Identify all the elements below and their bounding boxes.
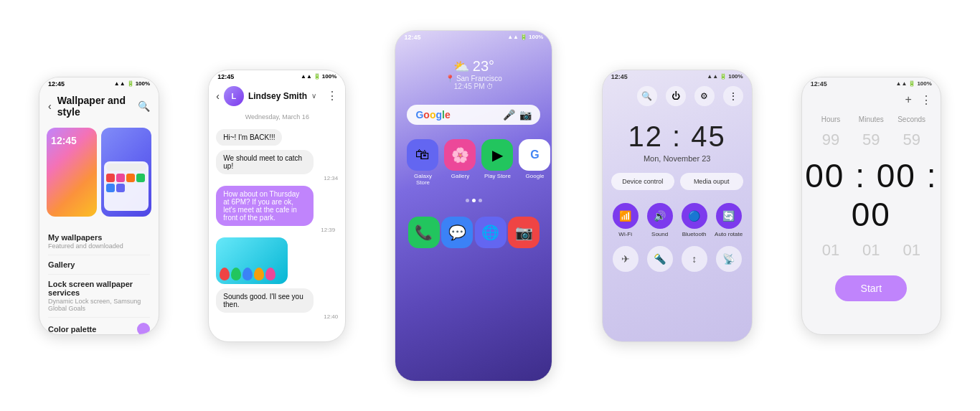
qs-tile-nfc[interactable]: ↕ — [680, 246, 709, 272]
col-label-hours: Hours — [811, 115, 851, 123]
menu-item-color-palette[interactable]: Color palette — [48, 318, 150, 335]
menu-item-my-wallpapers[interactable]: My wallpapers Featured and downloaded — [48, 228, 150, 255]
phone1-status-bar: 12:45 ▲▲ 🔋 100% — [39, 77, 159, 90]
stopwatch-column-labels: Hours Minutes Seconds — [802, 110, 941, 129]
qs-tile-sound[interactable]: 🔊 Sound — [646, 203, 674, 237]
balloon-image — [220, 268, 275, 280]
phone2-battery-pct: 100% — [322, 73, 336, 80]
message-text: We should meet to catch up! — [223, 154, 302, 170]
qs-power-icon[interactable]: ⏻ — [666, 86, 686, 106]
wallpaper-thumbnails: 12:45 — [39, 122, 159, 222]
phone3-homescreen: 12:45 ▲▲ 🔋 100% ⛅ 23° 📍 San Francisco 12… — [395, 30, 552, 382]
phone1-header: ‹ Wallpaper and style 🔍 — [39, 90, 159, 122]
qs-tile-label-wifi: Wi-Fi — [618, 231, 632, 237]
chevron-down-icon[interactable]: ∨ — [311, 92, 316, 100]
menu-item-gallery[interactable]: Gallery — [48, 255, 150, 275]
balloon-blue — [242, 268, 253, 280]
qs-tile-bluetooth[interactable]: 🔵 Bluetooth — [680, 203, 709, 237]
qs-toggle-grid-2: ✈ 🔦 ↕ 📡 — [603, 243, 752, 275]
menu-item-sub: Featured and downloaded — [48, 242, 150, 250]
wallpaper-clock: 12:45 — [51, 135, 77, 146]
scroll-num-h: 99 — [811, 131, 851, 149]
more-options-icon[interactable]: ⋮ — [326, 89, 338, 103]
menu-item-title: Gallery — [48, 260, 150, 269]
back-icon[interactable]: ‹ — [216, 90, 220, 102]
scroll-num-s: 59 — [892, 131, 932, 149]
app-label-galaxy-store: Galaxy Store — [407, 173, 438, 186]
back-icon[interactable]: ‹ — [48, 100, 52, 112]
qs-bluetooth-icon: 🔵 — [682, 203, 707, 229]
qs-more-icon[interactable]: ⋮ — [723, 86, 743, 106]
col-label-seconds: Seconds — [892, 115, 932, 123]
app-icon-google: G — [519, 139, 550, 171]
qs-search-icon[interactable]: 🔍 — [637, 86, 657, 106]
start-button[interactable]: Start — [835, 275, 907, 301]
wallpaper-thumb-blue[interactable] — [101, 128, 151, 217]
dock-app-browser[interactable]: 🌐 — [475, 217, 507, 248]
dock-app-phone[interactable]: 📞 — [408, 217, 440, 248]
mini-app — [126, 174, 135, 182]
app-icon-gallery: 🌸 — [444, 139, 476, 171]
app-gallery[interactable]: 🌸 Gallery — [444, 139, 476, 186]
dock-app-camera[interactable]: 📷 — [508, 217, 540, 248]
phone5-battery-pct: 100% — [917, 80, 931, 87]
qs-tile-wifi[interactable]: 📶 Wi-Fi — [611, 203, 640, 237]
search-action-icons: 🎤 📷 — [503, 109, 532, 121]
app-google[interactable]: G Google — [519, 139, 550, 186]
scroll-num-m2: 01 — [851, 241, 891, 260]
qs-tile-hotspot[interactable]: 📡 — [715, 246, 743, 272]
qs-clock-widget: 12 : 45 Mon, November 23 — [603, 109, 752, 166]
menu-item-title: Lock screen wallpaper services — [48, 280, 150, 297]
menu-item-lock-screen[interactable]: Lock screen wallpaper services Dynamic L… — [48, 275, 150, 318]
page-title: Wallpaper and style — [57, 95, 132, 118]
phone4-battery-pct: 100% — [728, 73, 743, 80]
app-galaxy-store[interactable]: 🛍 Galaxy Store — [407, 139, 438, 186]
qs-tile-label-bluetooth: Bluetooth — [682, 231, 707, 237]
lens-search-icon[interactable]: 📷 — [519, 109, 532, 121]
temperature: 23° — [473, 58, 494, 74]
home-time: 12:45 PM ⏱ — [395, 82, 552, 90]
phone5-signal-icon: ▲▲ — [896, 80, 908, 87]
message-image-bubble — [216, 237, 288, 284]
message-time: 12:40 — [216, 313, 338, 320]
wallpaper-inner-preview — [104, 161, 149, 210]
home-screen-dots — [395, 199, 552, 202]
qs-control-buttons: Device control Media ouput — [603, 166, 752, 197]
dock-app-messages[interactable]: 💬 — [441, 217, 473, 248]
mini-app — [116, 174, 125, 182]
message-time: 12:34 — [216, 175, 338, 181]
header-left: ‹ L Lindsey Smith ∨ — [216, 86, 316, 106]
qs-settings-icon[interactable]: ⚙ — [694, 86, 715, 106]
stopwatch-main-display: 00 : 00 : 00 — [802, 151, 941, 240]
message-text: Sounds good. I'll see you then. — [223, 293, 303, 308]
qs-device-control-btn[interactable]: Device control — [611, 173, 674, 190]
chat-messages: Hi~! I'm BACK!!! We should meet to catch… — [209, 125, 345, 324]
app-play-store[interactable]: ▶ Play Store — [481, 139, 513, 186]
phone1-battery-pct: 100% — [136, 80, 150, 87]
wallpaper-thumb-colorful[interactable]: 12:45 — [47, 128, 97, 217]
qs-media-output-btn[interactable]: Media ouput — [680, 173, 743, 190]
message-group: We should meet to catch up! 12:34 — [216, 150, 338, 181]
phone1-battery-icon: 🔋 — [127, 80, 134, 87]
voice-search-icon[interactable]: 🎤 — [503, 109, 515, 121]
phone2-signal-icon: ▲▲ — [301, 73, 312, 80]
mini-app — [136, 174, 145, 182]
phone4-quick-settings: 12:45 ▲▲ 🔋 100% 🔍 ⏻ ⚙ ⋮ 12 : 45 Mon, Nov… — [602, 70, 753, 342]
more-options-icon[interactable]: ⋮ — [920, 93, 932, 107]
google-search-bar[interactable]: Google 🎤 📷 — [407, 105, 540, 125]
qs-tile-flashlight[interactable]: 🔦 — [646, 246, 674, 272]
col-label-minutes: Minutes — [851, 115, 891, 123]
qs-tile-airplane[interactable]: ✈ — [611, 246, 640, 272]
messaging-header: ‹ L Lindsey Smith ∨ ⋮ — [209, 83, 345, 109]
search-icon[interactable]: 🔍 — [138, 100, 150, 112]
qs-hotspot-icon: 📡 — [716, 246, 742, 272]
color-palette-indicator — [137, 323, 150, 335]
mini-app — [106, 184, 115, 192]
home-dock: 📞 💬 🌐 📷 — [395, 209, 552, 255]
add-icon[interactable]: + — [905, 93, 912, 106]
qs-tile-autorotate[interactable]: 🔄 Auto rotate — [715, 203, 743, 237]
message-bubble-sent: How about on Thursday at 6PM? If you are… — [216, 186, 314, 226]
phone4-battery-icon: 🔋 — [720, 73, 727, 80]
message-time-sent: 12:39 — [216, 227, 338, 233]
stopwatch-scroll-above: 99 59 59 — [802, 129, 941, 151]
